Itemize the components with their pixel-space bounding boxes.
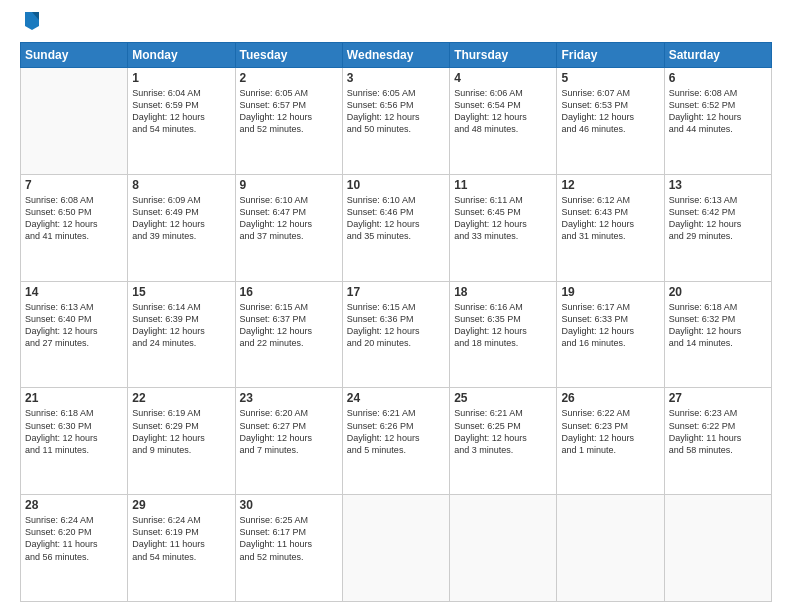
cell-line: and 16 minutes. [561, 337, 659, 349]
day-number: 8 [132, 178, 230, 192]
cell-line: and 52 minutes. [240, 551, 338, 563]
calendar-cell: 10Sunrise: 6:10 AMSunset: 6:46 PMDayligh… [342, 174, 449, 281]
cell-line: Sunset: 6:40 PM [25, 313, 123, 325]
day-header-saturday: Saturday [664, 43, 771, 68]
day-header-sunday: Sunday [21, 43, 128, 68]
cell-line: Daylight: 11 hours [669, 432, 767, 444]
cell-line: Sunrise: 6:12 AM [561, 194, 659, 206]
cell-line: and 37 minutes. [240, 230, 338, 242]
cell-line: Daylight: 11 hours [25, 538, 123, 550]
calendar-cell: 1Sunrise: 6:04 AMSunset: 6:59 PMDaylight… [128, 68, 235, 175]
cell-line: Sunset: 6:57 PM [240, 99, 338, 111]
cell-line: Sunrise: 6:08 AM [669, 87, 767, 99]
cell-line: Sunset: 6:19 PM [132, 526, 230, 538]
day-number: 15 [132, 285, 230, 299]
cell-line: Sunset: 6:33 PM [561, 313, 659, 325]
cell-line: and 11 minutes. [25, 444, 123, 456]
cell-line: and 24 minutes. [132, 337, 230, 349]
cell-line: Daylight: 12 hours [561, 218, 659, 230]
cell-line: Sunrise: 6:25 AM [240, 514, 338, 526]
calendar-cell: 25Sunrise: 6:21 AMSunset: 6:25 PMDayligh… [450, 388, 557, 495]
calendar-cell: 23Sunrise: 6:20 AMSunset: 6:27 PMDayligh… [235, 388, 342, 495]
cell-line: and 22 minutes. [240, 337, 338, 349]
cell-line: Daylight: 11 hours [132, 538, 230, 550]
calendar-header-row: SundayMondayTuesdayWednesdayThursdayFrid… [21, 43, 772, 68]
cell-line: and 54 minutes. [132, 123, 230, 135]
cell-line: and 14 minutes. [669, 337, 767, 349]
calendar-cell: 19Sunrise: 6:17 AMSunset: 6:33 PMDayligh… [557, 281, 664, 388]
cell-line: and 33 minutes. [454, 230, 552, 242]
cell-line: Sunrise: 6:09 AM [132, 194, 230, 206]
calendar-cell [664, 495, 771, 602]
logo [20, 15, 41, 32]
calendar-cell: 16Sunrise: 6:15 AMSunset: 6:37 PMDayligh… [235, 281, 342, 388]
day-number: 26 [561, 391, 659, 405]
calendar-cell [557, 495, 664, 602]
day-number: 18 [454, 285, 552, 299]
cell-line: Sunset: 6:22 PM [669, 420, 767, 432]
cell-line: Sunrise: 6:08 AM [25, 194, 123, 206]
cell-line: and 48 minutes. [454, 123, 552, 135]
cell-line: Daylight: 12 hours [347, 325, 445, 337]
cell-line: Sunset: 6:37 PM [240, 313, 338, 325]
day-number: 27 [669, 391, 767, 405]
cell-line: and 39 minutes. [132, 230, 230, 242]
cell-line: Sunset: 6:30 PM [25, 420, 123, 432]
calendar-cell: 4Sunrise: 6:06 AMSunset: 6:54 PMDaylight… [450, 68, 557, 175]
calendar-cell: 24Sunrise: 6:21 AMSunset: 6:26 PMDayligh… [342, 388, 449, 495]
day-number: 12 [561, 178, 659, 192]
cell-line: Sunset: 6:52 PM [669, 99, 767, 111]
day-number: 13 [669, 178, 767, 192]
cell-line: Sunset: 6:49 PM [132, 206, 230, 218]
day-number: 14 [25, 285, 123, 299]
day-number: 19 [561, 285, 659, 299]
cell-line: Sunset: 6:47 PM [240, 206, 338, 218]
day-number: 22 [132, 391, 230, 405]
day-number: 7 [25, 178, 123, 192]
cell-line: Sunrise: 6:13 AM [669, 194, 767, 206]
day-number: 30 [240, 498, 338, 512]
day-number: 23 [240, 391, 338, 405]
cell-line: Daylight: 12 hours [25, 325, 123, 337]
cell-line: Daylight: 12 hours [669, 111, 767, 123]
cell-line: Sunset: 6:23 PM [561, 420, 659, 432]
calendar-cell [21, 68, 128, 175]
cell-line: and 58 minutes. [669, 444, 767, 456]
day-number: 3 [347, 71, 445, 85]
cell-line: Sunrise: 6:21 AM [347, 407, 445, 419]
cell-line: Sunrise: 6:10 AM [347, 194, 445, 206]
cell-line: and 31 minutes. [561, 230, 659, 242]
cell-line: Sunset: 6:45 PM [454, 206, 552, 218]
calendar-cell: 2Sunrise: 6:05 AMSunset: 6:57 PMDaylight… [235, 68, 342, 175]
cell-line: Sunset: 6:53 PM [561, 99, 659, 111]
cell-line: and 41 minutes. [25, 230, 123, 242]
cell-line: and 9 minutes. [132, 444, 230, 456]
cell-line: Sunset: 6:26 PM [347, 420, 445, 432]
week-row-0: 1Sunrise: 6:04 AMSunset: 6:59 PMDaylight… [21, 68, 772, 175]
cell-line: Daylight: 12 hours [454, 218, 552, 230]
cell-line: and 46 minutes. [561, 123, 659, 135]
calendar-cell [342, 495, 449, 602]
cell-line: Daylight: 12 hours [347, 218, 445, 230]
calendar-cell: 11Sunrise: 6:11 AMSunset: 6:45 PMDayligh… [450, 174, 557, 281]
cell-line: Sunset: 6:46 PM [347, 206, 445, 218]
cell-line: Daylight: 12 hours [347, 432, 445, 444]
week-row-2: 14Sunrise: 6:13 AMSunset: 6:40 PMDayligh… [21, 281, 772, 388]
cell-line: Daylight: 12 hours [132, 218, 230, 230]
calendar-table: SundayMondayTuesdayWednesdayThursdayFrid… [20, 42, 772, 602]
calendar-cell: 27Sunrise: 6:23 AMSunset: 6:22 PMDayligh… [664, 388, 771, 495]
cell-line: Sunrise: 6:06 AM [454, 87, 552, 99]
calendar-cell: 22Sunrise: 6:19 AMSunset: 6:29 PMDayligh… [128, 388, 235, 495]
cell-line: and 44 minutes. [669, 123, 767, 135]
day-number: 29 [132, 498, 230, 512]
cell-line: Sunrise: 6:22 AM [561, 407, 659, 419]
cell-line: Sunset: 6:17 PM [240, 526, 338, 538]
calendar-cell: 26Sunrise: 6:22 AMSunset: 6:23 PMDayligh… [557, 388, 664, 495]
cell-line: Sunset: 6:27 PM [240, 420, 338, 432]
week-row-1: 7Sunrise: 6:08 AMSunset: 6:50 PMDaylight… [21, 174, 772, 281]
day-number: 9 [240, 178, 338, 192]
calendar-cell: 21Sunrise: 6:18 AMSunset: 6:30 PMDayligh… [21, 388, 128, 495]
cell-line: Sunrise: 6:16 AM [454, 301, 552, 313]
cell-line: Sunset: 6:43 PM [561, 206, 659, 218]
cell-line: Daylight: 12 hours [347, 111, 445, 123]
